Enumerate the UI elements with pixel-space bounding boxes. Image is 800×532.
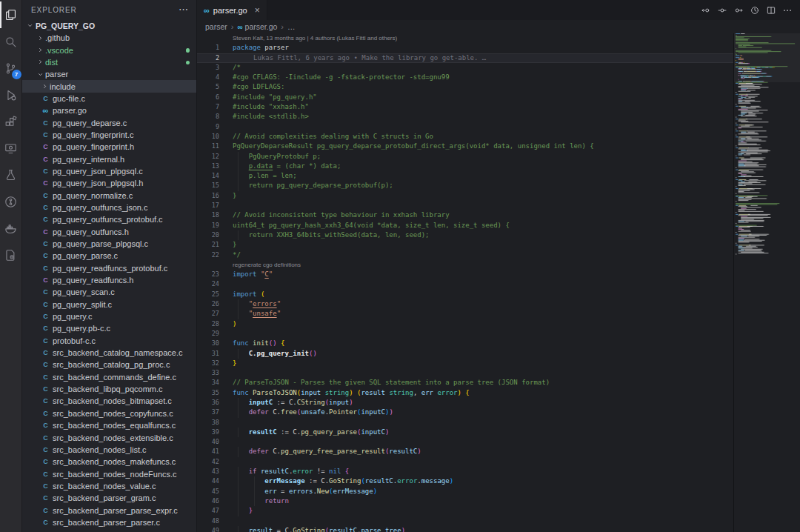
code-line[interactable]: 42: [197, 457, 733, 467]
tree-file-pg-query-json-plpgsql-h[interactable]: Cpg_query_json_plpgsql.h: [22, 177, 196, 189]
open-changes-prev-icon[interactable]: [700, 4, 711, 16]
tree-file-parser-go[interactable]: ∞parser.go: [22, 104, 196, 116]
tree-file-pg-query-fingerprint-c[interactable]: Cpg_query_fingerprint.c: [22, 129, 196, 141]
code-line[interactable]: 7#include "xxhash.h": [197, 102, 733, 112]
minimap[interactable]: [733, 33, 800, 532]
code-line[interactable]: 6#include "pg_query.h": [197, 93, 733, 102]
code-line[interactable]: 10// Avoid complexities dealing with C s…: [197, 132, 733, 142]
tree-file-pg-query-readfuncs-h[interactable]: Cpg_query_readfuncs.h: [22, 274, 196, 286]
code-line[interactable]: 23import "C": [197, 270, 733, 279]
open-changes-icon[interactable]: [716, 4, 727, 16]
tree-file-pg-query-c[interactable]: Cpg_query.c: [22, 310, 196, 322]
code-line[interactable]: 41 defer C.pg_query_free_parse_result(re…: [197, 447, 733, 456]
code-line[interactable]: 39 resultC := C.pg_query_parse(inputC): [197, 428, 733, 437]
code-line[interactable]: 25import (: [197, 290, 733, 299]
code-line[interactable]: 26 "errors": [197, 299, 733, 309]
code-line[interactable]: 37 defer C.free(unsafe.Pointer(inputC)): [197, 408, 733, 417]
code-line[interactable]: 14 p.len = len;: [197, 171, 733, 181]
code-line[interactable]: 36 inputC := C.CString(input): [197, 398, 733, 408]
code-line[interactable]: 2Lukas Fittl, 6 years ago • Make the lib…: [197, 53, 733, 63]
activity-item-remote-explorer[interactable]: [0, 135, 22, 162]
tree-file-src-backend-nodes-makefuncs-c[interactable]: Csrc_backend_nodes_makefuncs.c: [22, 456, 196, 468]
tree-root-pg-query-go[interactable]: PG_QUERY_GO: [22, 19, 196, 32]
more-actions-icon[interactable]: [781, 4, 793, 16]
tree-file-pg-query-normalize-c[interactable]: Cpg_query_normalize.c: [22, 189, 196, 201]
code-line[interactable]: 11PgQueryDeparseResult pg_query_deparse_…: [197, 142, 733, 151]
code-line[interactable]: 35func ParseToJSON(input string) (result…: [197, 388, 733, 398]
code-line[interactable]: 47 }: [197, 506, 733, 516]
code-line[interactable]: 44 errMessage := C.GoString(resultC.erro…: [197, 476, 733, 486]
code-line[interactable]: 1package parser: [197, 43, 733, 53]
code-line[interactable]: 9: [197, 122, 733, 132]
tree-file-pg-query-fingerprint-h[interactable]: Cpg_query_fingerprint.h: [22, 141, 196, 153]
tree-file-src-backend-catalog-pg-proc-c[interactable]: Csrc_backend_catalog_pg_proc.c: [22, 359, 196, 370]
tree-file-pg-query-json-plpgsql-c[interactable]: Cpg_query_json_plpgsql.c: [22, 165, 196, 177]
split-editor-icon[interactable]: [765, 4, 776, 16]
code-line[interactable]: 16}: [197, 191, 733, 201]
activity-item-docker[interactable]: [0, 215, 22, 242]
code-line[interactable]: 28): [197, 319, 733, 329]
code-line[interactable]: 20 return XXH3_64bits_withSeed(data, len…: [197, 230, 733, 240]
tree-file-pg-query-internal-h[interactable]: Cpg_query_internal.h: [22, 153, 196, 164]
code-line[interactable]: 4#cgo CFLAGS: -Iinclude -g -fstack-prote…: [197, 73, 733, 82]
code-line[interactable]: 15 return pg_query_deparse_protobuf(p);: [197, 181, 733, 190]
code-line[interactable]: 8#include <stdlib.h>: [197, 112, 733, 122]
tree-file-pg-query-outfuncs-json-c[interactable]: Cpg_query_outfuncs_json.c: [22, 202, 196, 213]
tree-file-src-backend-parser-gram-c[interactable]: Csrc_backend_parser_gram.c: [22, 492, 196, 504]
code-line[interactable]: 3/*: [197, 63, 733, 73]
tree-file-src-backend-nodes-value-c[interactable]: Csrc_backend_nodes_value.c: [22, 480, 196, 492]
code-area[interactable]: Steven Kalt, 13 months ago | 4 authors (…: [197, 33, 733, 532]
code-line[interactable]: 43 if resultC.error != nil {: [197, 467, 733, 476]
code-line[interactable]: 21}: [197, 240, 733, 250]
code-line[interactable]: 13 p.data = (char *) data;: [197, 162, 733, 171]
tree-file-protobuf-c-c[interactable]: Cprotobuf-c.c: [22, 335, 196, 347]
tree-file-pg-query-deparse-c[interactable]: Cpg_query_deparse.c: [22, 116, 196, 128]
tree-file-src-backend-nodes-extensible-c[interactable]: Csrc_backend_nodes_extensible.c: [22, 431, 196, 443]
tree-file-pg-query-parse-plpgsql-c[interactable]: Cpg_query_parse_plpgsql.c: [22, 238, 196, 250]
activity-item-run-debug[interactable]: [0, 82, 22, 108]
file-history-icon[interactable]: [749, 4, 760, 16]
tree-file-src-backend-nodes-list-c[interactable]: Csrc_backend_nodes_list.c: [22, 444, 196, 456]
tree-file-src-backend-commands-define-c[interactable]: Csrc_backend_commands_define.c: [22, 371, 196, 383]
tree-file-guc-file-c[interactable]: Cguc-file.c: [22, 93, 196, 104]
code-line[interactable]: 46 return: [197, 496, 733, 506]
tree-file-src-backend-parser-parser-c[interactable]: Csrc_backend_parser_parser.c: [22, 516, 196, 528]
open-changes-next-icon[interactable]: [733, 4, 744, 16]
activity-item-gitlens[interactable]: [0, 188, 22, 215]
code-line[interactable]: 22*/: [197, 250, 733, 260]
code-line[interactable]: 33: [197, 368, 733, 378]
code-line[interactable]: 30func init() {: [197, 339, 733, 348]
code-line[interactable]: 5#cgo LDFLAGS:: [197, 82, 733, 92]
code-line[interactable]: 49 result = C.GoString(resultC.parse_tre…: [197, 526, 733, 532]
activity-item-testing[interactable]: [0, 162, 22, 188]
tree-file-src-backend-nodes-copyfuncs-c[interactable]: Csrc_backend_nodes_copyfuncs.c: [22, 408, 196, 419]
tree-file-pg-query-scan-c[interactable]: Cpg_query_scan.c: [22, 286, 196, 298]
code-line[interactable]: 34// ParseToJSON - Parses the given SQL …: [197, 378, 733, 388]
code-line[interactable]: 31 C.pg_query_init(): [197, 349, 733, 359]
code-line[interactable]: 48: [197, 516, 733, 526]
tree-file-src-backend-nodes-nodefuncs-c[interactable]: Csrc_backend_nodes_nodeFuncs.c: [22, 468, 196, 479]
tab-parser-go[interactable]: ∞parser.go×: [197, 0, 267, 20]
code-line[interactable]: 24: [197, 279, 733, 289]
breadcrumb-item[interactable]: ∞parser.go: [237, 22, 277, 31]
tree-file-pg-query-outfuncs-protobuf-c[interactable]: Cpg_query_outfuncs_protobuf.c: [22, 213, 196, 225]
activity-item-search[interactable]: [0, 28, 22, 55]
activity-item-extensions[interactable]: [0, 108, 22, 135]
activity-item-explorer[interactable]: [0, 1, 22, 28]
breadcrumb-item[interactable]: parser: [205, 22, 227, 31]
code-line[interactable]: 29: [197, 329, 733, 339]
tree-folder-include[interactable]: include: [22, 80, 196, 92]
tree-file-pg-query-parse-c[interactable]: Cpg_query_parse.c: [22, 250, 196, 262]
tree-file-pg-query-split-c[interactable]: Cpg_query_split.c: [22, 299, 196, 310]
tree-file-src-backend-libpq-pqcomm-c[interactable]: Csrc_backend_libpq_pqcomm.c: [22, 383, 196, 395]
tree-file-pg-query-readfuncs-protobuf-c[interactable]: Cpg_query_readfuncs_protobuf.c: [22, 262, 196, 274]
activity-item-source-control[interactable]: 7: [0, 55, 22, 82]
tree-folder-parser[interactable]: parser: [22, 68, 196, 80]
code-line[interactable]: 27 "unsafe": [197, 309, 733, 319]
code-line[interactable]: 17: [197, 201, 733, 210]
code-line[interactable]: 18// Avoid inconsistent type behaviour i…: [197, 210, 733, 220]
code-line[interactable]: 12 PgQueryProtobuf p;: [197, 152, 733, 162]
code-line[interactable]: 40: [197, 437, 733, 447]
code-line[interactable]: 38: [197, 418, 733, 428]
tree-file-src-backend-nodes-equalfuncs-c[interactable]: Csrc_backend_nodes_equalfuncs.c: [22, 419, 196, 431]
